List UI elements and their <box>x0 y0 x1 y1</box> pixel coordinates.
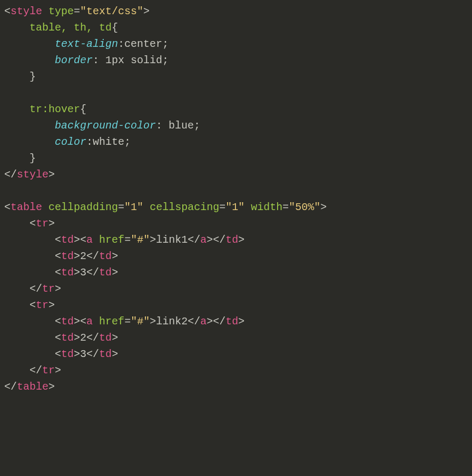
css-prop: color <box>55 136 86 148</box>
text-link2: link2 <box>156 315 188 328</box>
css-selector: table, th, td <box>30 22 112 34</box>
tag-table: table <box>11 201 42 213</box>
val-cellspacing: "1" <box>225 201 244 213</box>
text-link1: link1 <box>156 234 188 246</box>
tag-a: a <box>86 234 93 246</box>
code-block: <style type="text/css"> table, th, td{ t… <box>4 3 468 395</box>
text-cell: 3 <box>80 266 86 279</box>
val-cellpadding: "1" <box>124 201 143 213</box>
tag-tr: tr <box>36 217 48 230</box>
attr-cellspacing: cellspacing <box>150 201 219 213</box>
attr-type: type <box>48 5 74 17</box>
angle-open: < <box>4 5 11 17</box>
attr-width: width <box>251 201 282 213</box>
text-cell: 2 <box>80 250 86 262</box>
css-prop: text-align <box>55 38 118 50</box>
tag-td: td <box>61 234 74 246</box>
css-value: blue; <box>162 120 200 132</box>
css-value: 1px solid; <box>99 54 169 66</box>
css-selector: tr:hover <box>30 103 80 115</box>
val-type: "text/css" <box>80 5 143 17</box>
attr-href: href <box>99 234 124 246</box>
css-prop: background-color <box>55 120 156 132</box>
val-width: "50%" <box>289 201 320 213</box>
attr-cellpadding: cellpadding <box>48 201 118 213</box>
css-value: white; <box>93 136 131 148</box>
css-prop: border <box>55 54 93 66</box>
tag-style: style <box>11 5 42 17</box>
css-value: center; <box>124 38 169 50</box>
val-href: "#" <box>131 234 150 246</box>
